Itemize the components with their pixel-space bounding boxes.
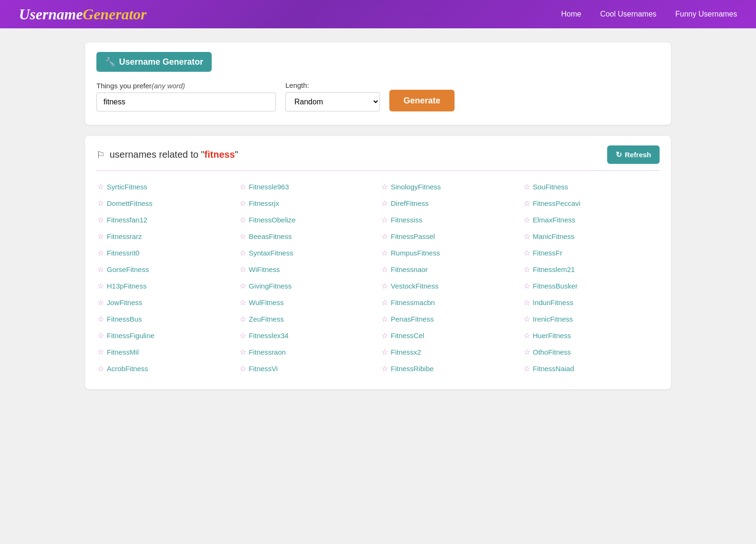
username-grid: ☆SyrticFitness☆Fitnessle963☆SinologyFitn… — [96, 180, 660, 375]
username-item: ☆IrenicFitness — [523, 313, 660, 325]
refresh-button[interactable]: ↻ Refresh — [607, 145, 660, 164]
username-item: ☆FitnessObelize — [239, 213, 376, 226]
results-header: ⚐ usernames related to "fitness" ↻ Refre… — [96, 145, 660, 171]
username-link[interactable]: SouFitness — [533, 183, 568, 191]
username-link[interactable]: DirefFitness — [391, 199, 429, 207]
username-link[interactable]: JowFitness — [107, 298, 142, 306]
username-item: ☆FitnessPassel — [380, 230, 518, 243]
username-link[interactable]: Fitnessnaor — [391, 265, 428, 273]
username-link[interactable]: FitnessNaiad — [533, 365, 575, 373]
username-link[interactable]: VestockFitness — [391, 282, 438, 290]
username-link[interactable]: WulFitness — [249, 298, 284, 306]
star-icon: ☆ — [240, 314, 246, 323]
username-link[interactable]: FitnessMil — [107, 348, 139, 356]
username-link[interactable]: FitnessRibibe — [391, 365, 434, 373]
length-select[interactable]: Random Short Medium Long — [285, 92, 380, 111]
nav-home[interactable]: Home — [561, 10, 581, 18]
username-item: ☆JowFitness — [96, 296, 234, 309]
username-link[interactable]: IndunFitness — [533, 298, 574, 306]
username-link[interactable]: HuerFitness — [533, 332, 571, 340]
username-link[interactable]: FitnessVi — [249, 365, 278, 373]
username-link[interactable]: Fitnessx2 — [391, 348, 421, 356]
username-link[interactable]: FitnessPeccavi — [533, 199, 581, 207]
username-item: ☆FitnessVi — [239, 362, 376, 375]
refresh-label: Refresh — [625, 151, 651, 159]
username-link[interactable]: H13pFitness — [107, 282, 146, 290]
star-icon: ☆ — [524, 314, 530, 323]
username-item: ☆Fitnessnaor — [380, 263, 518, 276]
username-link[interactable]: Fitnesslem21 — [533, 265, 575, 273]
star-icon: ☆ — [97, 215, 104, 224]
username-item: ☆RumpusFitness — [380, 246, 518, 259]
username-item: ☆IndunFitness — [523, 296, 660, 309]
username-link[interactable]: OthoFitness — [533, 348, 571, 356]
username-link[interactable]: Fitnessrit0 — [107, 249, 139, 257]
username-link[interactable]: Fitnessraon — [249, 348, 286, 356]
username-item: ☆FitnessRibibe — [380, 362, 518, 375]
username-link[interactable]: Fitnessrarz — [107, 232, 142, 240]
username-link[interactable]: Fitnessrjx — [249, 199, 279, 207]
username-link[interactable]: PenasFitness — [391, 315, 434, 323]
star-icon: ☆ — [524, 298, 530, 307]
nav-funny[interactable]: Funny Usernames — [675, 10, 737, 18]
logo-g: G — [83, 6, 94, 23]
star-icon: ☆ — [381, 215, 388, 224]
username-link[interactable]: FitnessObelize — [249, 216, 296, 224]
username-item: ☆ManicFitness — [523, 230, 660, 243]
star-icon: ☆ — [240, 265, 246, 274]
username-link[interactable]: Fitnesslex34 — [249, 332, 289, 340]
star-icon: ☆ — [97, 182, 104, 191]
nav-cool[interactable]: Cool Usernames — [600, 10, 656, 18]
generator-box: 🔧 Username Generator Things you prefer(a… — [85, 42, 671, 125]
star-icon: ☆ — [524, 265, 530, 274]
preference-input[interactable] — [96, 93, 276, 111]
username-link[interactable]: IrenicFitness — [533, 315, 573, 323]
star-icon: ☆ — [381, 199, 388, 208]
username-link[interactable]: ZeuFitness — [249, 315, 284, 323]
main-content: 🔧 Username Generator Things you prefer(a… — [76, 28, 680, 403]
username-link[interactable]: SyrticFitness — [107, 183, 147, 191]
star-icon: ☆ — [381, 364, 388, 373]
username-link[interactable]: GorseFitness — [107, 265, 149, 273]
username-link[interactable]: Fitnessle963 — [249, 183, 289, 191]
username-link[interactable]: ElmaxFitness — [533, 216, 576, 224]
username-link[interactable]: SyntaxFitness — [249, 249, 293, 257]
length-label: Length: — [285, 81, 380, 89]
star-icon: ☆ — [97, 265, 104, 274]
username-item: ☆PenasFitness — [380, 313, 518, 325]
star-icon: ☆ — [381, 298, 388, 307]
username-link[interactable]: Fitnessmacbn — [391, 298, 435, 306]
username-link[interactable]: FitnessCel — [391, 332, 424, 340]
username-item: ☆FitnessBus — [96, 313, 234, 325]
username-link[interactable]: Fitnessfan12 — [107, 216, 147, 224]
username-link[interactable]: FitnessFr — [533, 249, 563, 257]
username-link[interactable]: BeeasFitness — [249, 232, 292, 240]
username-link[interactable]: FitnessBus — [107, 315, 142, 323]
username-link[interactable]: RumpusFitness — [391, 249, 440, 257]
username-link[interactable]: FitnessFiguline — [107, 332, 155, 340]
star-icon: ☆ — [97, 298, 104, 307]
username-link[interactable]: AcrobFitness — [107, 365, 148, 373]
username-link[interactable]: Fitnessiss — [391, 216, 422, 224]
username-item: ☆GorseFitness — [96, 263, 234, 276]
username-link[interactable]: ManicFitness — [533, 232, 575, 240]
username-link[interactable]: FitnessBusker — [533, 282, 578, 290]
main-nav: Home Cool Usernames Funny Usernames — [561, 10, 737, 18]
username-link[interactable]: DomettFitness — [107, 199, 153, 207]
star-icon: ☆ — [381, 248, 388, 257]
username-link[interactable]: GivingFitness — [249, 282, 292, 290]
star-icon: ☆ — [240, 364, 246, 373]
generate-button[interactable]: Generate — [389, 90, 455, 111]
username-link[interactable]: WiFitness — [249, 265, 280, 273]
length-group: Length: Random Short Medium Long — [285, 81, 380, 111]
star-icon: ☆ — [381, 232, 388, 241]
star-icon: ☆ — [524, 348, 530, 357]
star-icon: ☆ — [240, 331, 246, 340]
username-item: ☆FitnessFr — [523, 246, 660, 259]
star-icon: ☆ — [240, 199, 246, 208]
username-link[interactable]: FitnessPassel — [391, 232, 435, 240]
username-item: ☆FitnessMil — [96, 346, 234, 358]
username-link[interactable]: SinologyFitness — [391, 183, 441, 191]
username-item: ☆BeeasFitness — [239, 230, 376, 243]
username-item: ☆FitnessCel — [380, 329, 518, 342]
